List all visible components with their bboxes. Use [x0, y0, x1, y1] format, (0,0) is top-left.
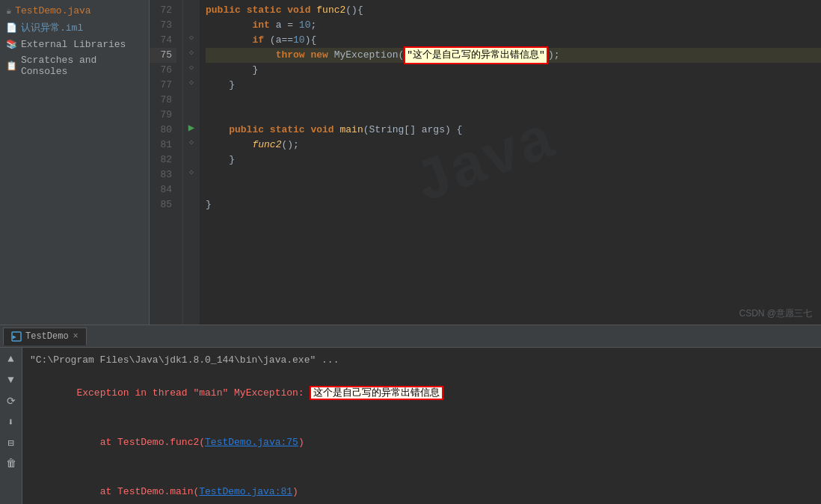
line-77: 77 — [150, 78, 176, 93]
svg-text:▶: ▶ — [13, 334, 16, 340]
console-panel: ▶ TestDemo × ▲ ▼ ⟳ ⬇ ⊟ 🗑 "C:\Program Fil… — [0, 325, 821, 504]
clear-button[interactable]: 🗑 — [3, 455, 19, 472]
console-action-sidebar: ▲ ▼ ⟳ ⬇ ⊟ 🗑 — [0, 348, 22, 504]
sidebar-item-label: Scratches and Consoles — [21, 55, 143, 77]
console-at-main-suffix: ) — [292, 486, 298, 497]
code-gutter: ◇ ◇ ◇ ◇ ▶ ◇ ◇ — [183, 0, 200, 325]
line-80: 80 — [150, 123, 176, 138]
line-78: 78 — [150, 93, 176, 108]
code-line-78 — [206, 93, 821, 108]
console-link-func2[interactable]: TestDemo.java:75 — [205, 437, 298, 448]
sidebar-item-label: External Libraries — [21, 39, 126, 50]
console-at-func2-prefix: at TestDemo.func2( — [76, 437, 205, 448]
code-content-area: 72 73 74 75 76 77 78 79 80 81 82 83 84 8… — [150, 0, 821, 325]
sidebar-item-label: TestDemo.java — [15, 5, 90, 16]
line-72: 72 — [150, 3, 176, 18]
code-line-73: int a = 10; — [206, 18, 821, 33]
line-84: 84 — [150, 182, 176, 197]
line-82: 82 — [150, 153, 176, 168]
code-line-85: } — [206, 197, 821, 212]
code-line-84 — [206, 182, 821, 197]
sidebar-item-label: 认识异常.iml — [21, 21, 83, 34]
gutter-72 — [183, 0, 200, 15]
line-74: 74 — [150, 33, 176, 48]
gutter-83 — [183, 179, 200, 194]
gutter-76: ◇ — [183, 60, 200, 75]
gutter-74: ◇ — [183, 30, 200, 45]
gutter-77: ◇ — [183, 75, 200, 90]
gutter-80-run[interactable]: ▶ — [183, 120, 200, 135]
console-exception-text: Exception in thread "main" MyException: — [76, 387, 310, 399]
line-79: 79 — [150, 108, 176, 123]
console-at-main-prefix: at TestDemo.main( — [76, 486, 199, 497]
line-76: 76 — [150, 63, 176, 78]
line-75: 75 — [150, 48, 176, 63]
project-sidebar: ☕ TestDemo.java 📄 认识异常.iml 📚 External Li… — [0, 0, 150, 325]
console-output-area: "C:\Program Files\Java\jdk1.8.0_144\bin\… — [22, 348, 821, 504]
console-line-path: "C:\Program Files\Java\jdk1.8.0_144\bin\… — [30, 352, 814, 369]
stop-button[interactable]: ⬇ — [3, 414, 19, 430]
java-icon: ☕ — [6, 5, 11, 16]
gutter-73 — [183, 15, 200, 30]
gutter-80b: ◇ — [183, 135, 200, 150]
gutter-78 — [183, 90, 200, 105]
console-link-main[interactable]: TestDemo.java:81 — [199, 486, 292, 497]
library-icon: 📚 — [6, 39, 17, 50]
console-tab-label: TestDemo — [25, 331, 69, 342]
console-exception-msg: 这个是自己写的异常出错信息 — [310, 386, 443, 400]
code-line-74: if (a==10){ — [206, 33, 821, 48]
line-81: 81 — [150, 138, 176, 153]
code-line-83 — [206, 168, 821, 182]
main-layout: ☕ TestDemo.java 📄 认识异常.iml 📚 External Li… — [0, 0, 821, 325]
code-line-79 — [206, 108, 821, 123]
line-83: 83 — [150, 168, 176, 182]
close-console-button[interactable]: ⊟ — [3, 434, 19, 451]
console-tab-close[interactable]: × — [73, 331, 79, 342]
code-line-75: throw new MyException("这个是自己写的异常出错信息"); — [206, 48, 821, 63]
scroll-up-button[interactable]: ▲ — [3, 351, 19, 367]
code-line-82: } — [206, 153, 821, 168]
line-73: 73 — [150, 18, 176, 33]
gutter-85 — [183, 209, 200, 224]
code-line-76: } — [206, 63, 821, 78]
code-line-80: public static void main(String[] args) { — [206, 123, 821, 138]
console-line-at-main: at TestDemo.main(TestDemo.java:81) — [30, 467, 814, 504]
console-body: ▲ ▼ ⟳ ⬇ ⊟ 🗑 "C:\Program Files\Java\jdk1.… — [0, 348, 821, 504]
gutter-81 — [183, 150, 200, 165]
console-tabs-bar: ▶ TestDemo × — [0, 325, 821, 348]
rerun-button[interactable]: ⟳ — [3, 393, 19, 409]
sidebar-item-iml[interactable]: 📄 认识异常.iml — [0, 19, 149, 37]
exception-msg-highlight: "这个是自己写的异常出错信息" — [404, 46, 548, 64]
code-text-area: public static void func2(){ int a = 10; … — [200, 0, 821, 325]
iml-icon: 📄 — [6, 22, 17, 34]
line-number-gutter: 72 73 74 75 76 77 78 79 80 81 82 83 84 8… — [150, 0, 183, 325]
sidebar-item-testdemo[interactable]: ☕ TestDemo.java — [0, 3, 149, 19]
sidebar-item-extlib[interactable]: 📚 External Libraries — [0, 37, 149, 52]
console-line-exception: Exception in thread "main" MyException: … — [30, 369, 814, 418]
console-tab-icon: ▶ — [11, 331, 22, 342]
console-line-at-func2: at TestDemo.func2(TestDemo.java:75) — [30, 418, 814, 467]
csdn-watermark: CSDN @意愿三七 — [739, 307, 812, 320]
console-tab-testdemo[interactable]: ▶ TestDemo × — [3, 328, 87, 345]
scratches-icon: 📋 — [6, 61, 17, 72]
code-line-77: } — [206, 78, 821, 93]
code-editor: Java 72 73 74 75 76 77 78 79 80 81 82 83… — [150, 0, 821, 325]
scroll-down-button[interactable]: ▼ — [3, 372, 19, 388]
line-85: 85 — [150, 197, 176, 212]
code-line-72: public static void func2(){ — [206, 3, 821, 18]
sidebar-item-scratches[interactable]: 📋 Scratches and Consoles — [0, 52, 149, 79]
gutter-79 — [183, 105, 200, 120]
gutter-82: ◇ — [183, 165, 200, 179]
code-line-81: func2(); — [206, 138, 821, 153]
gutter-84 — [183, 194, 200, 209]
console-at-func2-suffix: ) — [298, 437, 304, 448]
gutter-75: ◇ — [183, 45, 200, 60]
